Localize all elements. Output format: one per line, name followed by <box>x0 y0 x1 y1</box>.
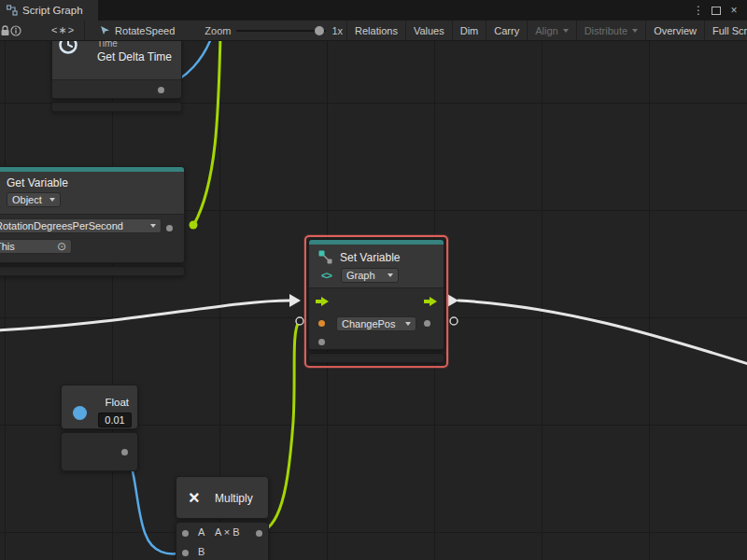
chevron-down-icon <box>150 224 156 228</box>
value-input-port[interactable] <box>318 320 325 327</box>
variable-scope-value: Object <box>12 194 42 205</box>
zoom-label: Zoom <box>204 25 231 36</box>
tab-title: Script Graph <box>22 5 83 16</box>
window-menu-button[interactable]: ⋮ <box>691 0 706 21</box>
node-title: Float <box>105 397 129 408</box>
tab-script-graph[interactable]: Script Graph <box>0 0 98 21</box>
set-variable-input-edge-port[interactable] <box>296 317 303 325</box>
port-row <box>52 79 181 98</box>
window-controls: ⋮ × <box>691 0 747 21</box>
variable-scope-dropdown[interactable]: Object <box>7 192 61 207</box>
node-footer <box>51 102 182 112</box>
variable-icon <box>318 250 332 264</box>
lock-icon[interactable] <box>0 21 10 41</box>
port-rows: RotationDegreesPerSecond This ⊙ <box>0 214 184 263</box>
node-category: Time <box>97 41 118 49</box>
node-footer <box>308 353 444 363</box>
zoom-slider-thumb[interactable] <box>315 26 324 35</box>
graph-name: RotateSpeed <box>115 25 175 36</box>
node-body <box>61 432 138 471</box>
values-button[interactable]: Values <box>406 21 452 41</box>
value-wire-green-top <box>194 41 220 224</box>
port-b-label: B <box>198 546 204 557</box>
variable-name-dropdown[interactable]: RotationDegreesPerSecond <box>0 218 162 233</box>
chevron-down-icon <box>632 29 638 33</box>
get-variable-output-port[interactable] <box>190 221 198 230</box>
node-set-variable[interactable]: Set Variable <> Graph ChangePos <box>304 235 448 368</box>
multiply-icon: × <box>189 488 200 507</box>
node-header: × Multiply <box>176 476 269 519</box>
node-float[interactable]: Float 0.01 <box>61 385 138 471</box>
flow-in-arrow-icon[interactable] <box>315 296 330 307</box>
node-footer <box>0 266 185 276</box>
variable-target-field[interactable]: This ⊙ <box>0 239 72 254</box>
node-body: Time Get Delta Time <box>51 41 182 99</box>
chevron-down-icon <box>405 322 411 326</box>
window-tab-bar: Script Graph ⋮ × <box>0 0 747 21</box>
port-result-label: A × B <box>215 526 240 538</box>
node-title: Multiply <box>215 492 253 505</box>
chevron-down-icon <box>388 273 393 277</box>
align-label: Align <box>535 21 557 41</box>
graph-toolbar: <∗> RotateSpeed Zoom 1x Relations Values… <box>0 21 747 41</box>
overview-button[interactable]: Overview <box>646 21 704 41</box>
flow-wire-left <box>0 301 289 330</box>
multiply-output-port[interactable] <box>256 530 262 537</box>
node-header: Get Variable Object <box>0 172 184 214</box>
multiply-input-b-port[interactable] <box>182 550 189 556</box>
variable-value-port[interactable] <box>166 225 173 231</box>
variable-name-dropdown[interactable]: ChangePos <box>336 316 416 331</box>
zoom-slider-track <box>236 30 326 32</box>
flow-wire-right <box>458 301 747 366</box>
value-port-row: ChangePos <box>309 314 444 335</box>
graph-breadcrumb[interactable]: RotateSpeed <box>94 25 180 36</box>
graph-scope-icon: <> <box>321 270 331 281</box>
node-get-variable[interactable]: Get Variable Object RotationDegreesPerSe… <box>0 166 185 276</box>
delta-time-output-port[interactable] <box>158 87 164 93</box>
toolbar-separator <box>84 21 85 40</box>
node-title: Get Variable <box>7 176 68 189</box>
node-header: Set Variable <> Graph <box>309 245 444 287</box>
window-maximize-button[interactable] <box>712 7 721 15</box>
port-a-label: A <box>198 526 204 538</box>
info-icon[interactable] <box>10 21 21 41</box>
align-button[interactable]: Align <box>528 21 575 41</box>
variable-name-value: RotationDegreesPerSecond <box>0 220 123 231</box>
float-value-field[interactable]: 0.01 <box>98 413 132 427</box>
variable-scope-value: Graph <box>346 270 375 281</box>
relations-button[interactable]: Relations <box>347 21 405 41</box>
flow-arrowhead-right <box>447 294 458 307</box>
node-title: Get Delta Time <box>97 50 172 63</box>
object-picker-icon[interactable]: ⊙ <box>57 241 66 252</box>
node-header: Float 0.01 <box>61 385 138 429</box>
node-body: Set Variable <> Graph ChangePos <box>308 239 444 350</box>
dim-button[interactable]: Dim <box>453 21 486 41</box>
multiply-input-a-port[interactable] <box>182 530 189 537</box>
variable-scope-dropdown[interactable]: Graph <box>341 268 399 283</box>
code-view-toggle[interactable]: <∗> <box>42 24 84 36</box>
set-variable-output-edge-port[interactable] <box>450 317 458 325</box>
zoom-value: 1x <box>331 25 343 36</box>
carry-button[interactable]: Carry <box>486 21 527 41</box>
value-output-port[interactable] <box>424 320 430 327</box>
extra-port-row <box>309 335 444 350</box>
zoom-slider[interactable] <box>236 21 326 41</box>
flow-arrowhead-left <box>289 294 301 307</box>
graph-canvas[interactable]: Time Get Delta Time Get Variable Object … <box>0 41 747 560</box>
flow-out-arrow-icon[interactable] <box>423 296 438 307</box>
chevron-down-icon <box>563 29 569 33</box>
variable-name-value: ChangePos <box>342 318 396 329</box>
node-multiply[interactable]: × Multiply A A × B B <box>176 476 269 560</box>
window-close-button[interactable]: × <box>726 0 741 21</box>
distribute-label: Distribute <box>585 21 627 41</box>
node-title: Set Variable <box>340 251 400 264</box>
node-body: Get Variable Object RotationDegreesPerSe… <box>0 166 185 263</box>
flow-port-row <box>309 287 444 314</box>
node-get-delta-time[interactable]: Time Get Delta Time <box>51 41 182 112</box>
node-body: A A × B B <box>176 522 269 560</box>
fallback-input-port[interactable] <box>318 339 325 345</box>
distribute-button[interactable]: Distribute <box>577 21 645 41</box>
node-header: Time Get Delta Time <box>52 41 181 79</box>
float-output-port[interactable] <box>121 449 128 455</box>
fullscreen-button[interactable]: Full Screen <box>705 21 747 41</box>
